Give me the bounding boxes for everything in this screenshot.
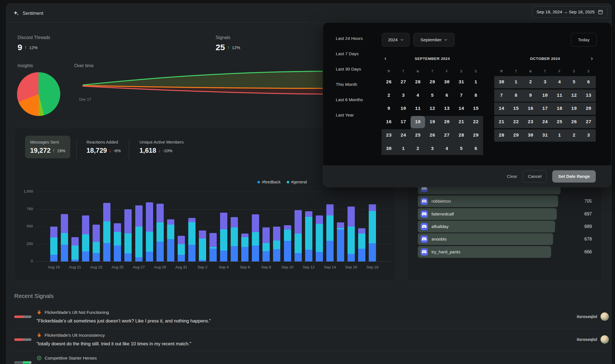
- calendar-day[interactable]: 22: [509, 116, 523, 128]
- calendar-day[interactable]: 8: [509, 89, 523, 102]
- calendar-day[interactable]: 28: [411, 76, 425, 88]
- calendar-day[interactable]: 22: [469, 116, 483, 128]
- quick-option-this-month[interactable]: This Month: [336, 82, 380, 89]
- calendar-day[interactable]: 1: [396, 143, 411, 155]
- calendar-day[interactable]: 2: [523, 76, 538, 88]
- calendar-day[interactable]: 11: [411, 103, 425, 115]
- signal-item[interactable]: Flickerblade's Ult Inconsistency"totally…: [14, 333, 609, 346]
- calendar-day[interactable]: 28: [454, 129, 469, 142]
- quick-option-last-30-days[interactable]: Last 30 Days: [336, 67, 380, 74]
- member-row[interactable]: try_hard_pants666: [418, 246, 551, 258]
- calendar-day[interactable]: 3: [538, 76, 552, 88]
- calendar-day[interactable]: 31: [454, 76, 469, 88]
- tab-reactions-added[interactable]: Reactions Added 18,729↓-6%: [81, 136, 126, 158]
- calendar-day[interactable]: 12: [567, 89, 581, 102]
- calendar-day[interactable]: 11: [552, 89, 567, 102]
- calendar-day[interactable]: 30: [382, 143, 396, 155]
- calendar-day[interactable]: 18: [552, 103, 567, 115]
- calendar-day[interactable]: 4: [552, 76, 567, 88]
- calendar-day[interactable]: 18: [411, 116, 425, 128]
- calendar-day[interactable]: 28: [494, 129, 509, 142]
- member-row[interactable]: anoobis678: [418, 233, 553, 245]
- month-select[interactable]: September: [413, 33, 455, 47]
- calendar-day[interactable]: 3: [581, 129, 596, 142]
- calendar-day[interactable]: 15: [469, 103, 483, 115]
- calendar-day[interactable]: 16: [523, 103, 538, 115]
- set-date-range-button[interactable]: Set Date Range: [552, 170, 596, 183]
- calendar-day[interactable]: 31: [538, 129, 552, 142]
- year-select[interactable]: 2024: [382, 33, 410, 47]
- tab-messages-sent[interactable]: Messages Sent 19,272↑19%: [25, 136, 70, 158]
- calendar-day[interactable]: 25: [411, 129, 425, 142]
- calendar-day[interactable]: 2: [567, 129, 581, 142]
- calendar-day[interactable]: 27: [581, 116, 596, 128]
- calendar-day[interactable]: 17: [396, 116, 411, 128]
- calendar-day[interactable]: 23: [382, 129, 396, 142]
- calendar-day[interactable]: 17: [538, 103, 552, 115]
- member-row[interactable]: afkallday689: [418, 221, 555, 232]
- calendar-day[interactable]: 6: [440, 89, 454, 102]
- calendar-day[interactable]: 20: [440, 116, 454, 128]
- calendar-day[interactable]: 1: [469, 76, 483, 88]
- calendar-day[interactable]: 29: [425, 76, 440, 88]
- member-row[interactable]: fattenedcalf697: [418, 208, 557, 220]
- calendar-day[interactable]: 4: [411, 89, 425, 102]
- calendar-day[interactable]: 10: [396, 103, 411, 115]
- date-range-button[interactable]: Sep 18, 2024 → Sep 18, 2025: [532, 6, 607, 18]
- calendar-day[interactable]: 24: [538, 116, 552, 128]
- quick-option-last-6-months[interactable]: Last 6 Months: [336, 97, 380, 105]
- legend-item[interactable]: #feedback: [257, 180, 281, 184]
- calendar-day[interactable]: 26: [382, 76, 396, 88]
- member-row[interactable]: robbietron705: [418, 195, 558, 207]
- clear-button[interactable]: Clear: [507, 174, 517, 179]
- calendar-day[interactable]: 2: [382, 89, 396, 102]
- calendar-day[interactable]: 1: [509, 76, 523, 88]
- signal-item[interactable]: Competitive Starter Heroes"The starter h…: [14, 355, 609, 364]
- calendar-day[interactable]: 5: [454, 143, 469, 155]
- calendar-day[interactable]: 29: [469, 129, 483, 142]
- calendar-day[interactable]: 21: [454, 116, 469, 128]
- calendar-day[interactable]: 15: [509, 103, 523, 115]
- calendar-day[interactable]: 13: [440, 103, 454, 115]
- calendar-day[interactable]: 14: [454, 103, 469, 115]
- calendar-day[interactable]: 29: [509, 129, 523, 142]
- calendar-day[interactable]: 24: [396, 129, 411, 142]
- calendar-day[interactable]: 27: [440, 129, 454, 142]
- calendar-day[interactable]: 6: [469, 143, 483, 155]
- calendar-day[interactable]: 16: [382, 116, 396, 128]
- calendar-day[interactable]: 26: [425, 129, 440, 142]
- calendar-day[interactable]: 25: [552, 116, 567, 128]
- signal-item[interactable]: Flickerblade's Ult Not Functioning"Flick…: [14, 310, 609, 324]
- quick-option-last-7-days[interactable]: Last 7 Days: [336, 51, 380, 59]
- today-button[interactable]: Today: [571, 33, 597, 47]
- calendar-day[interactable]: 6: [581, 76, 596, 88]
- calendar-day[interactable]: 12: [425, 103, 440, 115]
- calendar-day[interactable]: 21: [494, 116, 509, 128]
- calendar-day[interactable]: 8: [469, 89, 483, 102]
- calendar-day[interactable]: 26: [567, 116, 581, 128]
- calendar-day[interactable]: 23: [523, 116, 538, 128]
- calendar-day[interactable]: 9: [523, 89, 538, 102]
- calendar-day[interactable]: 19: [425, 116, 440, 128]
- legend-item[interactable]: #general: [287, 180, 307, 184]
- calendar-day[interactable]: 30: [494, 76, 509, 88]
- calendar-day[interactable]: 13: [581, 89, 596, 102]
- quick-option-last-24-hours[interactable]: Last 24 Hours: [336, 36, 380, 43]
- calendar-day[interactable]: 30: [440, 76, 454, 88]
- calendar-day[interactable]: 19: [567, 103, 581, 115]
- calendar-day[interactable]: 7: [454, 89, 469, 102]
- calendar-day[interactable]: 3: [396, 89, 411, 102]
- calendar-day[interactable]: 20: [581, 103, 596, 115]
- calendar-day[interactable]: 30: [523, 129, 538, 142]
- calendar-day[interactable]: 3: [425, 143, 440, 155]
- calendar-day[interactable]: 5: [567, 76, 581, 88]
- calendar-day[interactable]: 7: [494, 89, 509, 102]
- calendar-day[interactable]: 10: [538, 89, 552, 102]
- calendar-day[interactable]: 5: [425, 89, 440, 102]
- quick-option-last-year[interactable]: Last Year: [336, 113, 380, 120]
- calendar-day[interactable]: 2: [411, 143, 425, 155]
- calendar-day[interactable]: 14: [494, 103, 509, 115]
- cancel-button[interactable]: Cancel: [523, 170, 547, 183]
- calendar-day[interactable]: 27: [396, 76, 411, 88]
- calendar-day[interactable]: 1: [552, 129, 567, 142]
